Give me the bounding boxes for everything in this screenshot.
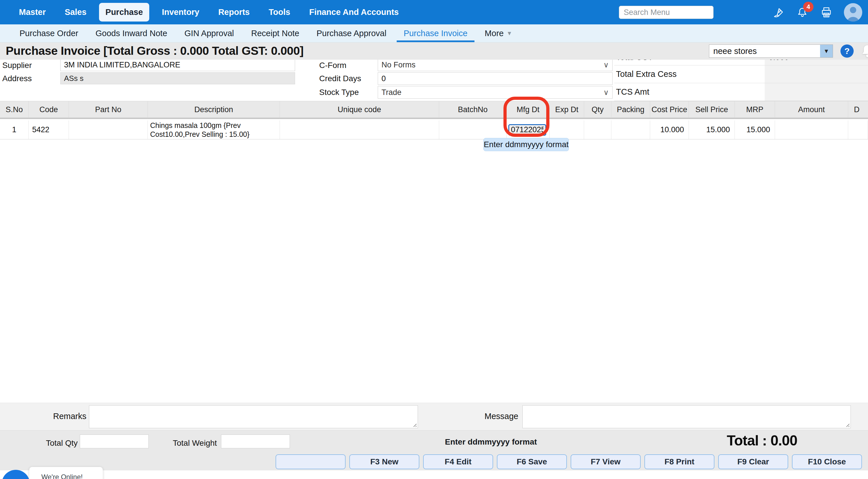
f4-edit-button[interactable]: F4 Edit: [423, 454, 493, 469]
notifications-bell-icon[interactable]: 4: [796, 6, 809, 19]
status-message: Enter ddmmyyyy format: [445, 437, 537, 447]
cell-amount: [775, 121, 848, 139]
purchase-subnav: Purchase Order Goods Inward Note GIN App…: [0, 24, 868, 42]
cform-value: No Forms: [381, 61, 415, 69]
nav-item-sales[interactable]: Sales: [59, 3, 93, 22]
nav-item-inventory[interactable]: Inventory: [156, 3, 206, 22]
nav-item-reports[interactable]: Reports: [212, 3, 256, 22]
theme-brush-icon[interactable]: [772, 6, 785, 19]
nav-item-finance-and-accounts[interactable]: Finance And Accounts: [303, 3, 405, 22]
cell-sno: 1: [0, 121, 29, 139]
col-header-mfg-dt: Mfg Dt: [507, 101, 550, 118]
f10-close-button[interactable]: F10 Close: [792, 454, 862, 469]
tab-receipt-note[interactable]: Receipt Note: [243, 24, 308, 42]
floating-bell-icon[interactable]: [859, 43, 868, 60]
tab-goods-inward-note[interactable]: Goods Inward Note: [87, 24, 176, 42]
mfg-dt-input[interactable]: [508, 124, 546, 136]
chat-launcher-icon[interactable]: [2, 470, 30, 479]
store-dropdown-arrow-icon[interactable]: ▼: [820, 45, 833, 57]
cell-batch-no: [439, 121, 507, 139]
tab-purchase-invoice[interactable]: Purchase Invoice: [395, 24, 476, 42]
cell-description: Chings masala 100gm {Prev Cost10.00,Prev…: [148, 121, 280, 139]
col-header-part-no: Part No: [69, 101, 148, 118]
remarks-section: Remarks Message: [0, 403, 868, 430]
help-icon[interactable]: ?: [840, 44, 854, 58]
store-selector-value: neee stores: [709, 46, 820, 56]
printer-icon[interactable]: [820, 6, 833, 19]
function-buttons: F3 New F4 Edit F6 Save F7 View F8 Print …: [276, 454, 862, 469]
search-menu-wrap: [619, 6, 714, 19]
message-textarea[interactable]: [522, 405, 851, 428]
col-header-sno: S.No: [0, 101, 29, 118]
supplier-input[interactable]: [60, 59, 295, 71]
page-title: Purchase Invoice [Total Gross : 0.000 To…: [6, 44, 303, 58]
cell-cost-price: 10.000: [650, 121, 689, 139]
cell-exp-dt: [550, 121, 584, 139]
cell-sell-price: 15.000: [689, 121, 735, 139]
f3-new-button[interactable]: F3 New: [349, 454, 420, 469]
tcs-amt-row: TCS Amt: [614, 83, 868, 101]
cform-select[interactable]: No Forms ∨: [378, 59, 613, 71]
cform-label: C-Form: [319, 61, 346, 70]
col-header-code: Code: [29, 101, 69, 118]
total-qty-input[interactable]: [80, 435, 149, 448]
total-extra-cess-label: Total Extra Cess: [614, 65, 765, 83]
col-header-cost-price: Cost Price: [650, 101, 689, 118]
col-header-unique-code: Unique code: [280, 101, 439, 118]
title-bar: Purchase Invoice [Total Gross : 0.000 To…: [0, 42, 868, 60]
stock-type-value: Trade: [381, 88, 402, 97]
cell-disc: [848, 121, 868, 139]
stock-type-select[interactable]: Trade ∨: [378, 86, 613, 99]
store-selector[interactable]: neee stores ▼: [709, 44, 833, 58]
search-menu-input[interactable]: [619, 6, 714, 19]
col-header-amount: Amount: [775, 101, 848, 118]
nav-item-purchase[interactable]: Purchase: [99, 3, 149, 22]
blank-button[interactable]: [276, 454, 346, 469]
top-icons: 4: [772, 0, 862, 24]
chevron-down-icon: ∨: [603, 61, 609, 69]
nav-item-tools[interactable]: Tools: [262, 3, 297, 22]
chat-status-bubble[interactable]: We're Online!: [29, 467, 103, 479]
col-header-description: Description: [148, 101, 280, 118]
message-label: Message: [485, 412, 518, 421]
user-avatar[interactable]: [844, 3, 862, 22]
total-qty-label: Total Qty: [46, 439, 78, 448]
total-weight-input[interactable]: [221, 435, 290, 448]
cell-mfg-dt: [507, 121, 550, 139]
mfg-dt-tooltip: Enter ddmmyyyy format: [484, 138, 569, 151]
top-navbar: Master Sales Purchase Inventory Reports …: [0, 0, 868, 24]
cell-mrp: 15.000: [735, 121, 775, 139]
col-header-sell-price: Sell Price: [689, 101, 735, 118]
tab-purchase-approval[interactable]: Purchase Approval: [308, 24, 395, 42]
cell-code: 5422: [29, 121, 69, 139]
cell-packing: [611, 121, 650, 139]
f6-save-button[interactable]: F6 Save: [497, 454, 567, 469]
tcs-amt-value: [765, 83, 868, 101]
supplier-label: Supplier: [2, 61, 32, 70]
stock-type-label: Stock Type: [319, 88, 359, 97]
purchase-invoice-page: Master Sales Purchase Inventory Reports …: [0, 0, 868, 479]
f7-view-button[interactable]: F7 View: [570, 454, 641, 469]
tab-more[interactable]: More ▼: [476, 24, 521, 42]
cell-qty: [584, 121, 611, 139]
credit-days-input[interactable]: [378, 72, 613, 85]
tcs-amt-label: TCS Amt: [614, 83, 765, 101]
col-header-packing: Packing: [611, 101, 650, 118]
nav-item-master[interactable]: Master: [12, 3, 52, 22]
cell-part-no: [69, 121, 148, 139]
grand-total: Total : 0.00: [727, 432, 797, 449]
chevron-down-icon: ∨: [603, 88, 609, 97]
f8-print-button[interactable]: F8 Print: [644, 454, 714, 469]
tab-gin-approval[interactable]: GIN Approval: [176, 24, 243, 42]
total-extra-cess-row: Total Extra Cess: [614, 65, 868, 83]
chevron-down-icon: ▼: [507, 30, 513, 37]
f9-clear-button[interactable]: F9 Clear: [718, 454, 788, 469]
col-header-qty: Qty: [584, 101, 611, 118]
total-extra-cess-value: [765, 65, 868, 83]
items-table-header: S.No Code Part No Description Unique cod…: [0, 101, 868, 119]
remarks-textarea[interactable]: [89, 405, 418, 428]
tab-purchase-order[interactable]: Purchase Order: [11, 24, 87, 42]
cell-unique-code: [280, 121, 439, 139]
col-header-batch-no: BatchNo: [439, 101, 507, 118]
address-label: Address: [2, 74, 32, 83]
